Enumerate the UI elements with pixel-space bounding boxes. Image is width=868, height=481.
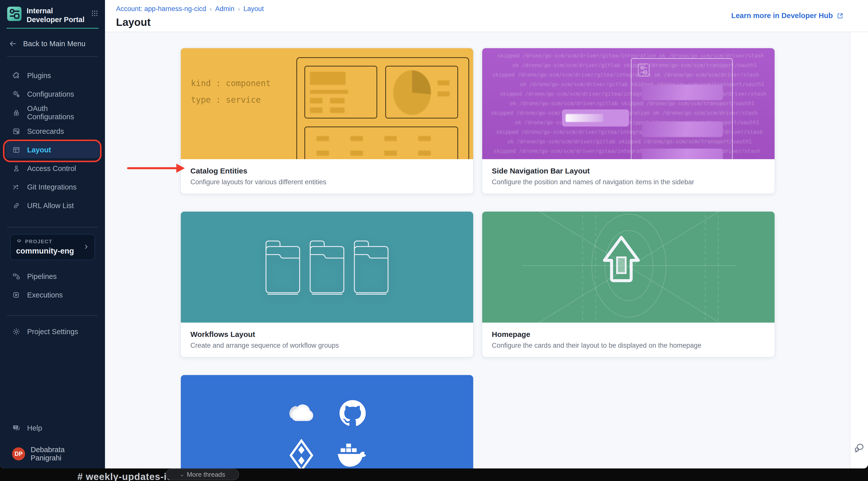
plugin-icon — [12, 71, 21, 80]
card-description: Configure the cards and their layout to … — [492, 342, 765, 349]
card-title: Catalog Entities — [190, 167, 464, 175]
project-eyebrow-label: PROJECT — [25, 239, 52, 245]
sidebar-item-git-integrations[interactable]: Git Integrations — [5, 179, 99, 195]
mini-logo-icon — [637, 63, 651, 77]
external-link-icon — [836, 12, 844, 20]
chat-bubbles-icon[interactable] — [852, 441, 866, 454]
card-title: Workflows Layout — [190, 330, 464, 339]
house-icon — [604, 237, 639, 281]
gcloud-icon — [285, 398, 318, 428]
card-homepage[interactable]: Homepage Configure the cards and their l… — [482, 211, 775, 357]
gear-icon — [12, 327, 21, 336]
sidebar-item-label: URL Allow List — [27, 201, 74, 210]
back-label: Back to Main Menu — [23, 40, 85, 48]
sidebar-secondary-nav: Pipelines Executions — [0, 266, 105, 305]
right-rail — [850, 32, 868, 469]
sidebar-item-label: Scorecards — [27, 127, 64, 135]
card-description: Configure layouts for various different … — [190, 178, 464, 186]
sidebar-settings-nav: Project Settings — [0, 321, 105, 342]
layout-icon — [12, 146, 21, 154]
more-threads-button[interactable]: ⌄ More threads — [166, 469, 239, 480]
url-allow-list-icon — [12, 201, 21, 210]
pie-chart-shape — [393, 70, 431, 115]
sidebar-item-scorecards[interactable]: Scorecards — [5, 123, 99, 139]
executions-icon — [12, 291, 21, 299]
help-label: Help — [27, 424, 42, 432]
breadcrumb-separator: › — [210, 5, 212, 12]
nav-bar-shape — [642, 149, 723, 159]
folder-icon — [352, 239, 390, 295]
oauth-lock-icon — [12, 108, 21, 117]
catalog-entities-illustration: kind : component type : service — [181, 48, 473, 159]
card-integrations[interactable] — [180, 375, 474, 469]
yaml-kind-line: kind : component — [191, 78, 271, 88]
github-icon — [336, 398, 369, 428]
sidebar: Internal Developer Portal Back to Main M… — [0, 0, 105, 469]
breadcrumb-layout[interactable]: Layout — [243, 5, 264, 13]
docker-icon — [336, 440, 369, 469]
sidebar-divider — [7, 56, 98, 57]
sidebar-item-label: OAuth Configurations — [27, 104, 93, 121]
sidebar-item-oauth-configurations[interactable]: OAuth Configurations — [5, 104, 99, 121]
avatar: DP — [12, 447, 25, 460]
app-title: Internal Developer Portal — [27, 6, 86, 24]
apps-grid-icon[interactable] — [91, 9, 98, 17]
svg-text:?: ? — [14, 425, 17, 429]
sidebar-item-label: Executions — [27, 291, 63, 299]
nav-bar-shape — [642, 122, 723, 137]
breadcrumb-account[interactable]: Account: app-harness-ng-cicd — [116, 5, 206, 13]
workflows-illustration — [181, 212, 473, 323]
page-header: Account: app-harness-ng-cicd › Admin › L… — [105, 0, 868, 32]
sidebar-item-label: Git Integrations — [27, 183, 76, 191]
help-chat-icon: ? — [12, 424, 21, 432]
sidebar-item-label: Plugins — [27, 71, 51, 80]
layout-cards-grid: kind : component type : service — [180, 48, 775, 469]
sidebar-item-pipelines[interactable]: Pipelines — [5, 268, 99, 285]
folder-icon — [308, 239, 346, 295]
learn-more-label: Learn more in Developer Hub — [732, 11, 833, 20]
yaml-type-line: type : service — [191, 95, 261, 105]
sidebar-item-configurations[interactable]: Configurations — [5, 86, 99, 102]
card-catalog-entities[interactable]: kind : component type : service — [180, 48, 474, 194]
access-control-icon — [12, 164, 21, 173]
project-selector[interactable]: PROJECT community-eng — [10, 234, 95, 260]
homepage-illustration — [482, 212, 775, 323]
idp-logo-icon — [6, 6, 22, 22]
sidebar-divider — [7, 227, 98, 227]
sidebar-divider — [7, 315, 98, 316]
breadcrumb-separator: › — [238, 5, 240, 12]
breadcrumb-admin[interactable]: Admin — [215, 5, 235, 13]
pipelines-icon — [12, 272, 21, 281]
sidebar-item-project-settings[interactable]: Project Settings — [5, 323, 99, 340]
arrow-left-icon — [8, 39, 17, 48]
sidebar-item-label: Project Settings — [27, 328, 78, 336]
back-to-main-menu[interactable]: Back to Main Menu — [7, 37, 98, 50]
card-side-navigation-bar-layout[interactable]: skipped /drone/go-scm/scm/driver/gitea/i… — [482, 48, 775, 194]
nav-bar-shape — [642, 85, 723, 100]
git-integrations-icon — [12, 183, 21, 191]
sidebar-item-help[interactable]: ? Help — [5, 420, 99, 436]
app-window: Internal Developer Portal Back to Main M… — [0, 0, 868, 469]
more-threads-label: More threads — [187, 471, 225, 479]
project-name: community-eng — [16, 247, 89, 256]
card-title: Side Navigation Bar Layout — [492, 167, 765, 175]
card-title: Homepage — [492, 330, 765, 339]
folder-icon — [264, 239, 302, 295]
sidebar-item-layout[interactable]: Layout — [5, 141, 99, 158]
user-name: Debabrata Panigrahi — [31, 446, 93, 462]
scorecards-icon — [12, 127, 21, 135]
sidebar-item-executions[interactable]: Executions — [5, 287, 99, 303]
sidebar-item-plugins[interactable]: Plugins — [5, 67, 99, 84]
configurations-icon — [12, 90, 21, 98]
integrations-illustration — [181, 375, 473, 469]
sidebar-item-label: Access Control — [27, 164, 76, 173]
sidebar-item-url-allow-list[interactable]: URL Allow List — [5, 197, 99, 214]
learn-more-link[interactable]: Learn more in Developer Hub — [732, 11, 844, 20]
user-menu[interactable]: DP Debabrata Panigrahi — [5, 446, 99, 462]
sidebar-item-access-control[interactable]: Access Control — [5, 160, 99, 177]
background-channel-name: # weekly-updates-idn — [78, 472, 179, 481]
card-workflows-layout[interactable]: Workflows Layout Create and arrange sequ… — [180, 211, 474, 357]
card-description: Create and arrange sequence of workflow … — [190, 342, 464, 349]
annotation-arrow — [127, 164, 185, 173]
main-content: Account: app-harness-ng-cicd › Admin › L… — [105, 0, 868, 469]
